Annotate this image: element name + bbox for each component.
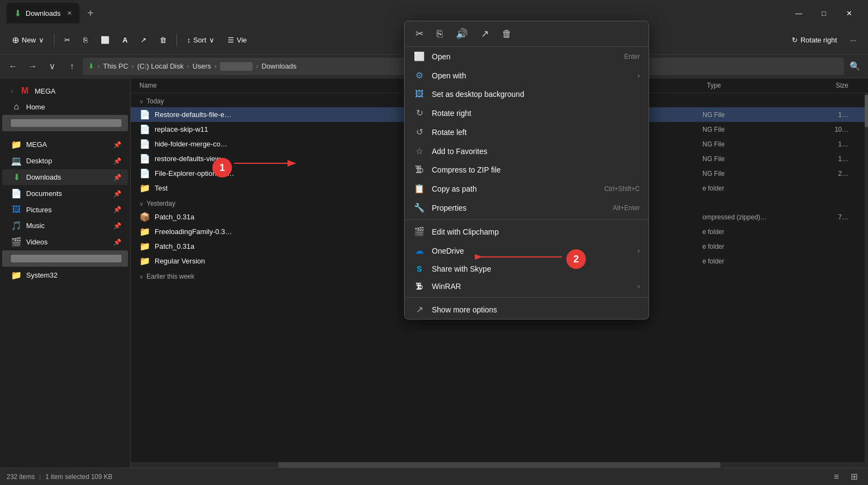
file-icon: 📄 <box>139 154 150 164</box>
sidebar-item-downloads[interactable]: ⬇ Downloads 📌 <box>2 169 128 185</box>
view-button[interactable]: ☰ Vie <box>222 30 253 50</box>
rotate-right-button[interactable]: ↻ Rotate right <box>786 30 842 50</box>
context-menu: ✂ ⎘ 🔊 ↗ 🗑 ⬜ Open Enter ⚙ Open with › 🖼 S… <box>404 21 649 320</box>
view-icon: ☰ <box>228 36 234 44</box>
ctx-copy-path-shortcut: Ctrl+Shift+C <box>604 185 640 193</box>
view-label: Vie <box>237 36 247 44</box>
rotate-right-icon: ↻ <box>413 108 425 118</box>
file-icon: 📄 <box>139 168 150 179</box>
file-type: e folder <box>702 257 800 265</box>
ctx-skype-label: Share with Skype <box>432 265 640 273</box>
paste-icon: ⬜ <box>101 36 109 44</box>
sort-button[interactable]: ↕ Sort ∨ <box>181 30 219 50</box>
copy-path-icon: 📋 <box>413 183 425 194</box>
desktop-icon: 💻 <box>11 156 22 166</box>
forward-button[interactable]: → <box>24 58 41 75</box>
horizontal-scrollbar[interactable] <box>131 462 868 468</box>
ctx-item-add-favorites[interactable]: ☆ Add to Favorites <box>405 142 649 161</box>
breadcrumb-users[interactable]: Users <box>193 62 211 70</box>
ctx-item-skype[interactable]: S Share with Skype <box>405 260 649 278</box>
new-caret-icon: ∨ <box>39 36 44 44</box>
column-type[interactable]: Type <box>707 82 805 89</box>
ctx-cut-button[interactable]: ✂ <box>413 26 426 42</box>
sidebar-item-documents[interactable]: 📄 Documents 📌 <box>2 186 128 201</box>
sidebar-item-mega-expand[interactable]: › M MEGA <box>2 83 128 99</box>
up-button[interactable]: ↑ <box>63 58 81 75</box>
maximize-button[interactable]: □ <box>811 4 836 22</box>
tab-close-button[interactable]: ✕ <box>67 10 72 17</box>
grid-view-button[interactable]: ⊞ <box>846 469 861 484</box>
new-tab-button[interactable]: + <box>84 7 97 20</box>
arrow-right-icon: › <box>638 283 640 290</box>
ctx-item-open-with[interactable]: ⚙ Open with › <box>405 66 649 85</box>
rotate-right-label: Rotate right <box>800 36 837 44</box>
view-controls: ≡ ⊞ <box>829 469 861 484</box>
breadcrumb-downloads[interactable]: Downloads <box>261 62 296 70</box>
ctx-item-winrar[interactable]: 🗜 WinRAR › <box>405 278 649 295</box>
cut-button[interactable]: ✂ <box>59 30 76 50</box>
annotation-1: 1 <box>212 158 232 177</box>
delete-button[interactable]: 🗑 <box>154 30 172 50</box>
close-button[interactable]: ✕ <box>836 4 861 22</box>
share-icon: ↗ <box>140 36 146 44</box>
ctx-item-rotate-right[interactable]: ↻ Rotate right <box>405 103 649 122</box>
ctx-share-button[interactable]: ↗ <box>479 26 491 42</box>
ctx-item-rotate-left[interactable]: ↺ Rotate left <box>405 122 649 142</box>
sidebar-item-system32[interactable]: 📁 System32 <box>2 267 128 283</box>
paste-button[interactable]: ⬜ <box>95 30 115 50</box>
ctx-item-properties[interactable]: 🔧 Properties Alt+Enter <box>405 198 649 217</box>
breadcrumb-localdisk[interactable]: (C:) Local Disk <box>137 62 184 70</box>
sidebar-item-label: System32 <box>26 271 58 279</box>
ctx-set-desktop-label: Set as desktop background <box>432 90 640 99</box>
copy-button[interactable]: ⎘ <box>78 30 93 50</box>
sidebar-item-label: Documents <box>26 189 62 198</box>
sidebar-item-pictures[interactable]: 🖼 Pictures 📌 <box>2 202 128 217</box>
onedrive-icon: ☁ <box>413 245 425 256</box>
sidebar-item-desktop[interactable]: 💻 Desktop 📌 <box>2 153 128 169</box>
ctx-item-open[interactable]: ⬜ Open Enter <box>405 47 649 66</box>
new-button[interactable]: ⊕ New ∨ <box>7 30 50 50</box>
tab-downloads[interactable]: ⬇ Downloads ✕ <box>7 3 80 23</box>
search-button[interactable]: 🔍 <box>846 58 864 75</box>
file-type: NG File <box>702 140 800 148</box>
more-options-button[interactable]: ··· <box>845 30 861 50</box>
h-scrollbar-thumb[interactable] <box>278 462 720 468</box>
back-button[interactable]: ← <box>4 58 22 75</box>
ctx-item-set-desktop[interactable]: 🖼 Set as desktop background <box>405 85 649 103</box>
rename-button[interactable]: A <box>117 30 133 50</box>
download-icon: ⬇ <box>11 172 22 182</box>
list-view-button[interactable]: ≡ <box>829 469 844 484</box>
file-type: ompressed (zipped)… <box>702 213 800 221</box>
minimize-button[interactable]: — <box>786 4 811 22</box>
column-size[interactable]: Size <box>805 82 859 89</box>
ctx-item-compress[interactable]: 🗜 Compress to ZIP file <box>405 161 649 179</box>
ctx-item-more-options[interactable]: ↗ Show more options <box>405 300 649 319</box>
compress-icon: 🗜 <box>413 165 425 175</box>
folder-icon: 📁 <box>11 270 22 280</box>
sidebar-item-music[interactable]: 🎵 Music 📌 <box>2 218 128 234</box>
ctx-item-copy-path[interactable]: 📋 Copy as path Ctrl+Shift+C <box>405 179 649 198</box>
breadcrumb-dropdown-button[interactable]: ∨ <box>44 58 61 75</box>
sidebar-item-home[interactable]: ⌂ Home <box>2 99 128 114</box>
sidebar-item-videos[interactable]: 🎬 Videos 📌 <box>2 234 128 250</box>
tab-label: Downloads <box>26 9 60 17</box>
breadcrumb-username[interactable] <box>220 62 253 71</box>
file-type: e folder <box>702 228 800 236</box>
ctx-delete-button[interactable]: 🗑 <box>500 26 514 42</box>
ctx-audio-button[interactable]: 🔊 <box>454 26 470 42</box>
window-controls: — □ ✕ <box>786 4 861 22</box>
sidebar-item-blurred-1[interactable] <box>2 115 128 131</box>
sidebar-item-blurred-2[interactable] <box>2 250 128 267</box>
scrollbar-thumb[interactable] <box>865 95 868 127</box>
ctx-item-clipchamp[interactable]: 🎬 Edit with Clipchamp <box>405 222 649 241</box>
status-bar: 232 items | 1 item selected 109 KB ≡ ⊞ <box>0 468 868 485</box>
ctx-item-onedrive[interactable]: ☁ OneDrive › <box>405 241 649 260</box>
ctx-copy-path-label: Copy as path <box>432 185 598 193</box>
new-label: New <box>22 36 36 44</box>
ctx-copy-button[interactable]: ⎘ <box>435 26 445 42</box>
sort-label: Sort <box>193 36 206 44</box>
share-button[interactable]: ↗ <box>135 30 152 50</box>
sidebar-item-mega-folder[interactable]: 📁 MEGA 📌 <box>2 137 128 152</box>
breadcrumb-thispc[interactable]: This PC <box>103 62 128 70</box>
sidebar-item-label: MEGA <box>26 140 47 149</box>
